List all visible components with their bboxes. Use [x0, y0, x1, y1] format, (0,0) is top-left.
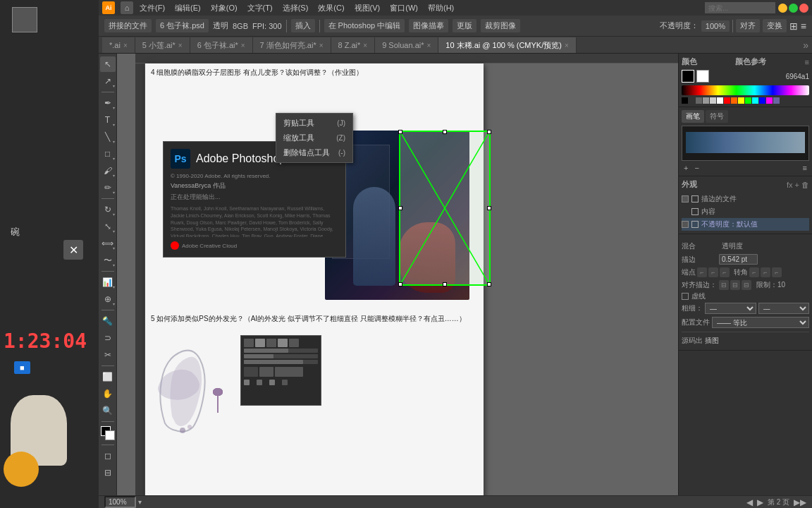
nav-more[interactable]: ▶▶ — [794, 497, 806, 507]
swatch-dark[interactable] — [689, 97, 695, 104]
ps-slider-3[interactable] — [244, 360, 318, 364]
blend-tool[interactable]: ⊃ — [100, 330, 116, 346]
symbol-tool[interactable]: ⊕▾ — [100, 291, 116, 307]
scale-tool[interactable]: ⤡▾ — [100, 219, 116, 234]
menu-help[interactable]: 帮助(H) — [424, 1, 457, 15]
transform-button[interactable]: 变换 — [763, 19, 787, 32]
color-indicator[interactable] — [101, 426, 115, 440]
weight-select[interactable]: — — [705, 303, 756, 314]
ap-opacity-color[interactable] — [691, 221, 699, 228]
tab-close-0[interactable]: × — [123, 42, 128, 49]
profile-select[interactable]: —— 等比 — [712, 317, 809, 328]
tabs-overflow[interactable]: » — [803, 40, 808, 51]
more-options[interactable]: ⊞ ≡ — [789, 20, 806, 32]
artboard-tool[interactable]: ⬜ — [100, 369, 116, 385]
image-trace-button[interactable]: 图像描摹 — [409, 19, 448, 32]
handle-tl[interactable] — [398, 130, 402, 134]
appearance-del-icon[interactable]: 🗑 — [801, 181, 809, 189]
select-tool[interactable]: ↖ — [100, 56, 116, 72]
pen-tool[interactable]: ✒▾ — [100, 95, 116, 111]
ap-check-opacity[interactable] — [682, 221, 689, 228]
scissors-tool[interactable]: ✂ — [100, 347, 116, 363]
handle-bl[interactable] — [398, 282, 402, 286]
ps-btn-1[interactable] — [244, 339, 254, 347]
corner-icon-2[interactable]: ⌐ — [761, 267, 770, 277]
maximize-button[interactable] — [789, 4, 798, 13]
tab-brush[interactable]: 画笔 — [682, 110, 704, 123]
corner-icon-3[interactable]: ⌐ — [772, 267, 782, 277]
menu-effect[interactable]: 效果(C) — [314, 1, 347, 15]
tab-symbol[interactable]: 符号 — [706, 110, 728, 123]
width-tool[interactable]: ⟺▾ — [100, 236, 116, 251]
ctx-zoom-tool[interactable]: 缩放工具 (Z) — [276, 131, 352, 145]
handle-tr[interactable] — [487, 130, 491, 134]
swatch-cyan[interactable] — [752, 97, 758, 104]
hand-tool[interactable]: ✋ — [100, 386, 116, 401]
handle-lm[interactable] — [398, 206, 402, 210]
minimize-button[interactable] — [778, 4, 787, 13]
ps-btn-5[interactable] — [289, 339, 299, 347]
swatch-green[interactable] — [745, 97, 751, 104]
tab-3[interactable]: 7 渐色如何亮.ai* × — [253, 37, 331, 53]
shape-tool[interactable]: □▾ — [100, 146, 116, 162]
ap-stroke-color[interactable] — [691, 195, 699, 202]
ps-btn-4[interactable] — [278, 339, 288, 347]
nav-prev[interactable]: ◀ — [746, 497, 753, 507]
tab-1[interactable]: 5 小莲.ai* × — [135, 37, 190, 53]
background-color[interactable] — [105, 430, 115, 440]
fg-color-box[interactable] — [682, 70, 694, 83]
ctx-cut-tool[interactable]: 剪贴工具 (J) — [276, 116, 352, 131]
zoom-input[interactable] — [104, 496, 136, 508]
bg-color-box[interactable] — [696, 70, 709, 83]
draw-mode[interactable]: ◻ — [100, 448, 116, 464]
file-button[interactable]: 拼接的文件 — [104, 19, 152, 32]
handle-br[interactable] — [487, 282, 491, 286]
swatch-magenta[interactable] — [766, 97, 773, 104]
menu-text[interactable]: 文字(T) — [244, 1, 276, 15]
swatch-purple[interactable] — [773, 97, 780, 104]
swatch-light[interactable] — [710, 97, 716, 104]
ap-content-color[interactable] — [691, 208, 699, 215]
ps-edit-button[interactable]: 在 Photoshop 中编辑 — [324, 19, 405, 32]
tab-close-2[interactable]: × — [241, 42, 245, 49]
ps-btn-2[interactable] — [255, 339, 265, 347]
crop-button[interactable]: 裁剪图像 — [481, 19, 520, 32]
stroke-input[interactable] — [719, 254, 758, 265]
search-input[interactable] — [705, 2, 775, 13]
menu-file[interactable]: 文件(F) — [136, 1, 168, 15]
swatch-white[interactable] — [717, 97, 723, 104]
weight-select2[interactable]: — — [758, 303, 810, 314]
more-button[interactable]: 更版 — [453, 19, 476, 32]
menu-window[interactable]: 窗口(W) — [386, 1, 422, 15]
tab-close-6[interactable]: × — [565, 42, 569, 49]
align-button[interactable]: 对齐 — [736, 19, 760, 32]
anchor-icon-1[interactable]: ⌐ — [697, 267, 707, 277]
align-icon-1[interactable]: ⊟ — [719, 280, 729, 290]
menu-object[interactable]: 对象(O) — [207, 1, 241, 15]
color-gradient-bar[interactable] — [682, 85, 809, 95]
ps-slider-1[interactable] — [244, 349, 318, 353]
handle-bm[interactable] — [443, 282, 447, 286]
ps-small-btn-1[interactable] — [244, 367, 258, 377]
eyedropper-tool[interactable]: 🔦 — [100, 313, 116, 329]
pencil-tool[interactable]: ✏▾ — [100, 180, 116, 195]
zoom-tool[interactable]: 🔍 — [100, 403, 116, 418]
tab-close-1[interactable]: × — [178, 42, 183, 49]
handle-rm[interactable] — [487, 206, 491, 210]
opacity-value[interactable]: 100% — [701, 20, 730, 32]
home-icon[interactable]: ⌂ — [121, 1, 133, 14]
tab-5[interactable]: 9 Soluan.ai* × — [375, 37, 438, 53]
menu-view[interactable]: 视图(V) — [351, 1, 384, 15]
insert-button[interactable]: 插入 — [291, 19, 315, 32]
ps-small-btn-3[interactable] — [275, 367, 303, 377]
blue-action-button[interactable]: ■ — [14, 361, 30, 374]
tab-2[interactable]: 6 包子袜.ai* × — [190, 37, 253, 53]
swatch-grey[interactable] — [696, 97, 702, 104]
handle-tm[interactable] — [443, 130, 447, 134]
tab-close-3[interactable]: × — [319, 42, 324, 49]
rotate-tool[interactable]: ↻▾ — [100, 202, 116, 217]
ap-check-stroke[interactable] — [682, 195, 689, 202]
menu-select[interactable]: 选择(S) — [279, 1, 312, 15]
menu-edit[interactable]: 编辑(E) — [171, 1, 204, 15]
swatch-yellow[interactable] — [738, 97, 744, 104]
